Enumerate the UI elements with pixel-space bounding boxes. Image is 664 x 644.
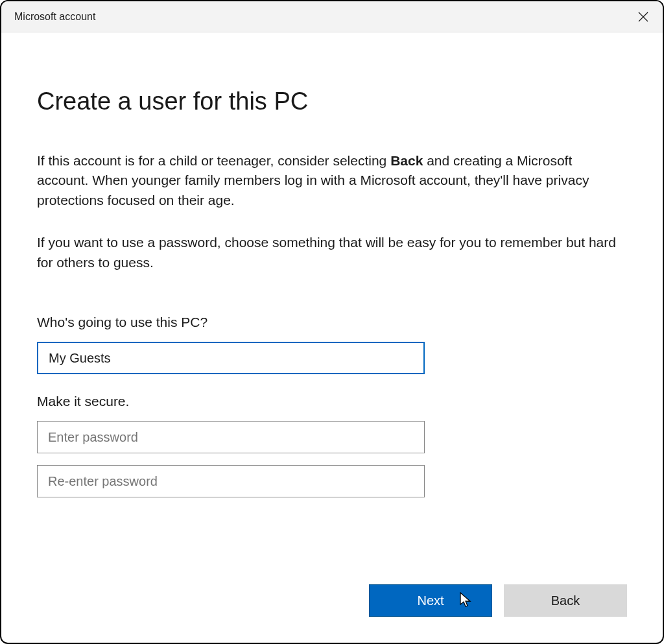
para1-pre: If this account is for a child or teenag… [37, 153, 390, 168]
back-button[interactable]: Back [504, 584, 627, 617]
para1-bold: Back [390, 153, 423, 168]
username-input[interactable] [37, 342, 425, 374]
dialog-content: Create a user for this PC If this accoun… [1, 32, 663, 643]
next-button[interactable]: Next [369, 584, 492, 617]
username-label: Who's going to use this PC? [37, 315, 627, 330]
password-section-label: Make it secure. [37, 394, 627, 409]
close-button[interactable] [624, 1, 663, 32]
titlebar: Microsoft account [1, 1, 663, 32]
dialog-window: Microsoft account Create a user for this… [0, 0, 664, 644]
page-heading: Create a user for this PC [37, 88, 627, 115]
password-confirm-input[interactable] [37, 465, 425, 497]
intro-paragraph-2: If you want to use a password, choose so… [37, 233, 627, 272]
intro-paragraph-1: If this account is for a child or teenag… [37, 151, 627, 210]
window-title: Microsoft account [14, 11, 95, 23]
close-icon [638, 12, 648, 22]
dialog-footer: Next Back [369, 584, 627, 617]
password-input[interactable] [37, 421, 425, 453]
